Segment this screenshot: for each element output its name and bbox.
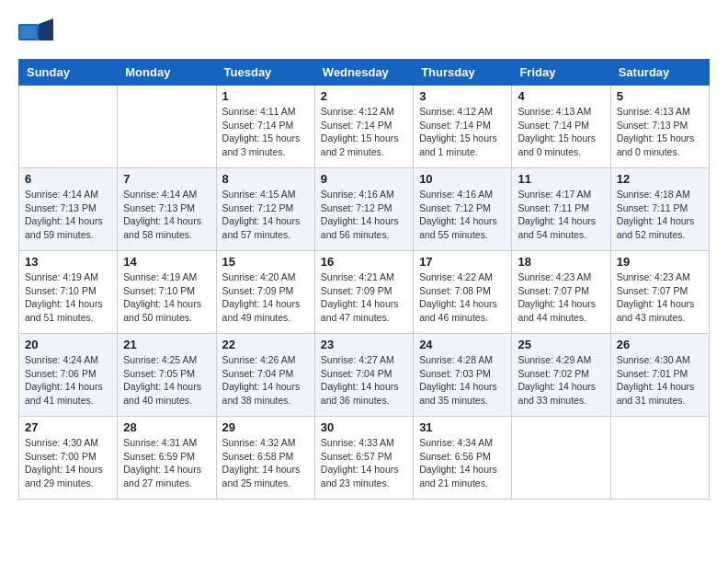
- day-number: 13: [25, 255, 111, 269]
- day-number: 19: [617, 255, 703, 269]
- day-info: Sunrise: 4:28 AMSunset: 7:03 PMDaylight:…: [419, 353, 506, 408]
- day-number: 21: [123, 338, 210, 351]
- day-info: Sunrise: 4:19 AMSunset: 7:10 PMDaylight:…: [25, 270, 111, 325]
- calendar-cell: 13Sunrise: 4:19 AMSunset: 7:10 PMDayligh…: [19, 251, 118, 334]
- calendar-cell: 8Sunrise: 4:15 AMSunset: 7:12 PMDaylight…: [216, 168, 314, 251]
- day-number: 16: [321, 255, 407, 269]
- calendar-cell: 14Sunrise: 4:19 AMSunset: 7:10 PMDayligh…: [118, 251, 216, 334]
- calendar-cell: 1Sunrise: 4:11 AMSunset: 7:14 PMDaylight…: [216, 86, 314, 168]
- day-info: Sunrise: 4:32 AMSunset: 6:58 PMDaylight:…: [222, 436, 309, 490]
- day-number: 10: [419, 172, 506, 186]
- day-info: Sunrise: 4:29 AMSunset: 7:02 PMDaylight:…: [518, 353, 604, 408]
- day-number: 24: [419, 338, 506, 351]
- day-number: 15: [222, 255, 309, 269]
- day-info: Sunrise: 4:25 AMSunset: 7:05 PMDaylight:…: [123, 353, 210, 408]
- day-info: Sunrise: 4:21 AMSunset: 7:09 PMDaylight:…: [321, 270, 407, 325]
- calendar-cell: [19, 86, 118, 168]
- day-info: Sunrise: 4:19 AMSunset: 7:10 PMDaylight:…: [123, 270, 210, 325]
- calendar-cell: 19Sunrise: 4:23 AMSunset: 7:07 PMDayligh…: [610, 251, 709, 334]
- calendar-week-3: 13Sunrise: 4:19 AMSunset: 7:10 PMDayligh…: [19, 251, 710, 334]
- calendar-cell: 20Sunrise: 4:24 AMSunset: 7:06 PMDayligh…: [19, 334, 118, 417]
- day-info: Sunrise: 4:12 AMSunset: 7:14 PMDaylight:…: [419, 105, 506, 159]
- day-number: 6: [25, 172, 111, 186]
- day-info: Sunrise: 4:30 AMSunset: 7:00 PMDaylight:…: [25, 436, 111, 490]
- day-info: Sunrise: 4:22 AMSunset: 7:08 PMDaylight:…: [419, 270, 506, 325]
- day-number: 1: [222, 89, 309, 103]
- calendar-cell: 4Sunrise: 4:13 AMSunset: 7:14 PMDaylight…: [512, 86, 610, 168]
- day-info: Sunrise: 4:16 AMSunset: 7:12 PMDaylight:…: [419, 188, 506, 242]
- day-info: Sunrise: 4:20 AMSunset: 7:09 PMDaylight:…: [222, 270, 309, 325]
- weekday-friday: Friday: [512, 60, 610, 86]
- calendar-cell: 6Sunrise: 4:14 AMSunset: 7:13 PMDaylight…: [19, 168, 118, 251]
- weekday-monday: Monday: [118, 60, 216, 86]
- day-info: Sunrise: 4:17 AMSunset: 7:11 PMDaylight:…: [518, 188, 604, 242]
- day-number: 5: [617, 89, 703, 103]
- day-info: Sunrise: 4:14 AMSunset: 7:13 PMDaylight:…: [123, 188, 210, 242]
- calendar-cell: 7Sunrise: 4:14 AMSunset: 7:13 PMDaylight…: [118, 168, 216, 251]
- calendar-week-1: 1Sunrise: 4:11 AMSunset: 7:14 PMDaylight…: [19, 86, 710, 168]
- calendar-cell: 27Sunrise: 4:30 AMSunset: 7:00 PMDayligh…: [19, 417, 118, 500]
- calendar-cell: 11Sunrise: 4:17 AMSunset: 7:11 PMDayligh…: [512, 168, 610, 251]
- calendar-cell: 28Sunrise: 4:31 AMSunset: 6:59 PMDayligh…: [118, 417, 216, 500]
- day-number: 17: [419, 255, 506, 269]
- day-info: Sunrise: 4:13 AMSunset: 7:14 PMDaylight:…: [518, 105, 604, 159]
- day-number: 11: [518, 172, 604, 186]
- day-info: Sunrise: 4:33 AMSunset: 6:57 PMDaylight:…: [321, 436, 407, 490]
- weekday-wednesday: Wednesday: [314, 60, 413, 86]
- day-number: 25: [518, 338, 604, 351]
- day-number: 26: [617, 338, 703, 351]
- day-number: 2: [321, 89, 407, 103]
- calendar-cell: 15Sunrise: 4:20 AMSunset: 7:09 PMDayligh…: [216, 251, 314, 334]
- svg-rect-2: [20, 26, 37, 39]
- calendar-cell: 3Sunrise: 4:12 AMSunset: 7:14 PMDaylight…: [414, 86, 512, 168]
- calendar-table: Sunday Monday Tuesday Wednesday Thursday…: [18, 59, 710, 500]
- calendar-cell: 23Sunrise: 4:27 AMSunset: 7:04 PMDayligh…: [314, 334, 413, 417]
- calendar-cell: 9Sunrise: 4:16 AMSunset: 7:12 PMDaylight…: [314, 168, 413, 251]
- day-info: Sunrise: 4:23 AMSunset: 7:07 PMDaylight:…: [518, 270, 604, 325]
- day-number: 30: [321, 420, 407, 434]
- day-info: Sunrise: 4:18 AMSunset: 7:11 PMDaylight:…: [617, 188, 703, 242]
- day-info: Sunrise: 4:23 AMSunset: 7:07 PMDaylight:…: [617, 270, 703, 325]
- day-info: Sunrise: 4:11 AMSunset: 7:14 PMDaylight:…: [222, 105, 309, 159]
- calendar-cell: 29Sunrise: 4:32 AMSunset: 6:58 PMDayligh…: [216, 417, 314, 500]
- day-number: 12: [617, 172, 703, 186]
- day-info: Sunrise: 4:24 AMSunset: 7:06 PMDaylight:…: [25, 353, 111, 408]
- day-number: 14: [123, 255, 210, 269]
- logo-icon: [18, 18, 53, 46]
- calendar-cell: 24Sunrise: 4:28 AMSunset: 7:03 PMDayligh…: [414, 334, 512, 417]
- calendar-cell: 16Sunrise: 4:21 AMSunset: 7:09 PMDayligh…: [314, 251, 413, 334]
- day-info: Sunrise: 4:12 AMSunset: 7:14 PMDaylight:…: [321, 105, 407, 159]
- day-number: 9: [321, 172, 407, 186]
- day-info: Sunrise: 4:16 AMSunset: 7:12 PMDaylight:…: [321, 188, 407, 242]
- day-number: 4: [518, 89, 604, 103]
- day-number: 23: [321, 338, 407, 351]
- day-info: Sunrise: 4:15 AMSunset: 7:12 PMDaylight:…: [222, 188, 309, 242]
- day-number: 27: [25, 420, 111, 434]
- calendar-week-5: 27Sunrise: 4:30 AMSunset: 7:00 PMDayligh…: [19, 417, 710, 500]
- day-number: 7: [123, 172, 210, 186]
- weekday-thursday: Thursday: [414, 60, 512, 86]
- day-number: 8: [222, 172, 309, 186]
- day-info: Sunrise: 4:31 AMSunset: 6:59 PMDaylight:…: [123, 436, 210, 490]
- day-number: 28: [123, 420, 210, 434]
- day-number: 18: [518, 255, 604, 269]
- page-header: [18, 18, 710, 50]
- calendar-cell: 22Sunrise: 4:26 AMSunset: 7:04 PMDayligh…: [216, 334, 314, 417]
- calendar-cell: [118, 86, 216, 168]
- svg-marker-1: [39, 18, 53, 40]
- calendar-cell: 12Sunrise: 4:18 AMSunset: 7:11 PMDayligh…: [610, 168, 709, 251]
- day-number: 3: [419, 89, 506, 103]
- logo: [18, 18, 57, 50]
- weekday-saturday: Saturday: [610, 60, 709, 86]
- calendar-cell: 2Sunrise: 4:12 AMSunset: 7:14 PMDaylight…: [314, 86, 413, 168]
- day-number: 31: [419, 420, 506, 434]
- calendar-cell: 26Sunrise: 4:30 AMSunset: 7:01 PMDayligh…: [610, 334, 709, 417]
- calendar-cell: [610, 417, 709, 500]
- day-info: Sunrise: 4:27 AMSunset: 7:04 PMDaylight:…: [321, 353, 407, 408]
- day-info: Sunrise: 4:14 AMSunset: 7:13 PMDaylight:…: [25, 188, 111, 242]
- day-info: Sunrise: 4:13 AMSunset: 7:13 PMDaylight:…: [617, 105, 703, 159]
- day-info: Sunrise: 4:34 AMSunset: 6:56 PMDaylight:…: [419, 436, 506, 490]
- calendar-week-4: 20Sunrise: 4:24 AMSunset: 7:06 PMDayligh…: [19, 334, 710, 417]
- weekday-tuesday: Tuesday: [216, 60, 314, 86]
- calendar-cell: 10Sunrise: 4:16 AMSunset: 7:12 PMDayligh…: [414, 168, 512, 251]
